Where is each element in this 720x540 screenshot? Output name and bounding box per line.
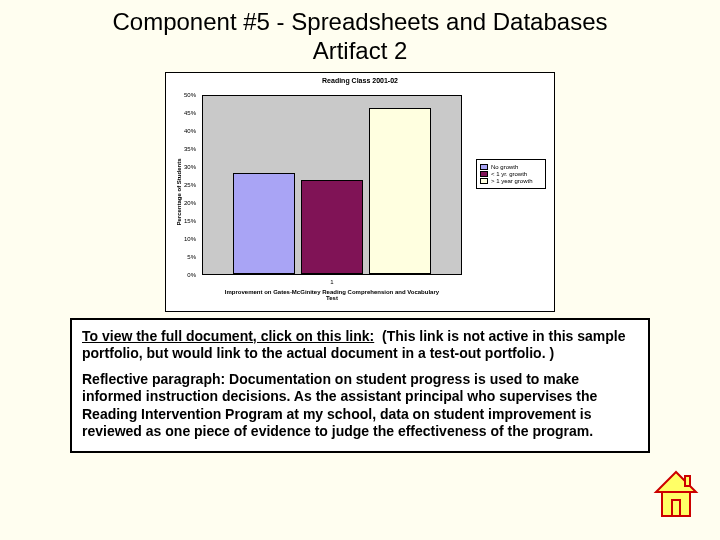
legend-swatch-0 (480, 164, 488, 170)
chart-ytick: 25% (184, 182, 196, 188)
slide-title: Component #5 - Spreadsheets and Database… (0, 0, 720, 68)
reflect-label: Reflective paragraph: (82, 371, 225, 387)
legend-item-1: < 1 yr. growth (480, 171, 542, 177)
chart-xlabel: Improvement on Gates-McGinitey Reading C… (202, 289, 462, 302)
chart-bar-series-2 (369, 108, 431, 274)
chart-ylabel: Percentage of Students (176, 158, 182, 225)
chart-container: Reading Class 2001-02 Percentage of Stud… (165, 72, 555, 312)
description-textbox: To view the full document, click on this… (70, 318, 650, 453)
title-line2: Artifact 2 (313, 37, 408, 64)
link-paragraph: To view the full document, click on this… (82, 328, 638, 363)
legend-swatch-2 (480, 178, 488, 184)
chart-ytick: 30% (184, 164, 196, 170)
legend-item-2: > 1 year growth (480, 178, 542, 184)
chart-title: Reading Class 2001-02 (166, 73, 554, 86)
reflective-paragraph: Reflective paragraph: Documentation on s… (82, 371, 638, 441)
legend-item-0: No growth (480, 164, 542, 170)
svg-rect-2 (672, 500, 680, 516)
document-link[interactable]: To view the full document, click on this… (82, 328, 374, 344)
chart-ytick: 0% (187, 272, 196, 278)
chart-bar-series-1 (301, 180, 363, 274)
chart-ytick: 10% (184, 236, 196, 242)
chart-legend: No growth < 1 yr. growth > 1 year growth (476, 159, 546, 189)
chart-plot-area (202, 95, 462, 275)
chart-ytick: 5% (187, 254, 196, 260)
chart-ytick: 35% (184, 146, 196, 152)
chart-ytick: 40% (184, 128, 196, 134)
svg-rect-3 (685, 476, 690, 486)
chart-bar-series-0 (233, 173, 295, 274)
chart-category-label: 1 (202, 279, 462, 285)
legend-swatch-1 (480, 171, 488, 177)
home-icon[interactable] (652, 470, 700, 522)
chart-ytick: 15% (184, 218, 196, 224)
chart-ytick: 50% (184, 92, 196, 98)
title-line1: Component #5 - Spreadsheets and Database… (113, 8, 608, 35)
chart-ytick: 45% (184, 110, 196, 116)
chart-ytick: 20% (184, 200, 196, 206)
